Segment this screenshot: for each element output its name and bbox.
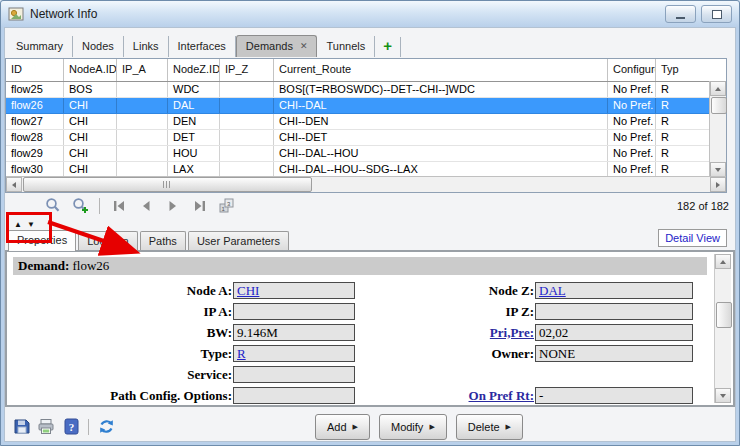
field-value-box[interactable]: - bbox=[535, 387, 693, 404]
field-value-box[interactable]: R bbox=[233, 345, 355, 362]
help-icon[interactable]: ? bbox=[61, 417, 81, 437]
panel-scroll-up-icon[interactable] bbox=[715, 254, 731, 269]
table-cell: flow29 bbox=[6, 146, 64, 161]
field-value[interactable]: DAL bbox=[539, 283, 566, 298]
table-cell: No Pref. bbox=[608, 146, 656, 161]
panel-scroll-down-icon[interactable] bbox=[715, 388, 731, 403]
demands-table: IDNodeA.IDIP_ANodeZ.IDIP_ZCurrent_RouteC… bbox=[5, 58, 727, 193]
field-value[interactable]: CHI bbox=[237, 283, 259, 298]
column-header-ip_z[interactable]: IP_Z bbox=[220, 59, 274, 81]
column-header-current_route[interactable]: Current_Route bbox=[274, 59, 608, 81]
field-value-box[interactable] bbox=[535, 303, 693, 320]
column-header-nodea.id[interactable]: NodeA.ID bbox=[64, 59, 117, 81]
tab-label: Tunnels bbox=[326, 40, 365, 52]
table-cell: R bbox=[656, 162, 709, 177]
table-cell bbox=[220, 130, 274, 145]
menu-arrow-icon: ▶ bbox=[429, 423, 434, 431]
last-record-icon[interactable] bbox=[190, 197, 210, 215]
modify-button[interactable]: Modify▶ bbox=[379, 414, 447, 440]
field-value: - bbox=[539, 388, 543, 403]
save-icon[interactable] bbox=[11, 417, 31, 437]
field-value[interactable]: R bbox=[237, 346, 246, 361]
tab-interfaces[interactable]: Interfaces bbox=[169, 36, 236, 57]
table-row-flow27[interactable]: flow27CHIDENCHI--DENNo Pref.R bbox=[6, 114, 709, 130]
table-row-flow25[interactable]: flow25BOSWDCBOS[(T=RBOSWDC)--DET--CHI--]… bbox=[6, 82, 709, 98]
minimize-button[interactable] bbox=[665, 5, 696, 23]
vertical-scroll-thumb[interactable] bbox=[711, 97, 727, 114]
table-body: flow25BOSWDCBOS[(T=RBOSWDC)--DET--CHI--]… bbox=[6, 82, 709, 178]
panel-vertical-scrollbar[interactable] bbox=[714, 254, 731, 403]
column-header-configured[interactable]: Configured bbox=[608, 59, 656, 81]
field-value-box[interactable]: 02,02 bbox=[535, 324, 693, 341]
detail-tab-user-parameters[interactable]: User Parameters bbox=[188, 231, 289, 250]
tab-links[interactable]: Links bbox=[124, 36, 169, 57]
next-record-icon[interactable] bbox=[163, 197, 183, 215]
detail-tab-bar: PropertiesLocationPathsUser Parameters bbox=[8, 228, 291, 250]
tab-tunnels[interactable]: Tunnels bbox=[317, 36, 375, 57]
field-label: IP Z: bbox=[505, 304, 535, 320]
detail-view-button[interactable]: Detail View bbox=[658, 229, 727, 247]
table-cell: R bbox=[656, 130, 709, 145]
field-label[interactable]: Pri,Pre: bbox=[490, 325, 535, 341]
table-cell bbox=[220, 114, 274, 129]
svg-text:?: ? bbox=[68, 421, 74, 433]
horizontal-scroll-thumb[interactable] bbox=[23, 177, 312, 192]
detail-tab-location[interactable]: Location bbox=[78, 231, 138, 250]
table-cell: No Pref. bbox=[608, 162, 656, 177]
table-vertical-scrollbar[interactable] bbox=[709, 81, 726, 177]
title-bar[interactable]: Network Info bbox=[1, 1, 739, 27]
field-value-box[interactable] bbox=[233, 366, 355, 383]
table-row-flow29[interactable]: flow29CHIHOUCHI--DAL--HOUNo Pref.R bbox=[6, 146, 709, 162]
refresh-icon[interactable] bbox=[96, 417, 116, 437]
field-label[interactable]: On Pref Rt: bbox=[469, 388, 535, 404]
column-header-id[interactable]: ID bbox=[6, 59, 64, 81]
scroll-down-icon[interactable] bbox=[710, 162, 726, 177]
close-tab-icon[interactable]: ✕ bbox=[300, 41, 308, 51]
detail-form: Node A:CHINode Z:DALIP A:IP Z:BW:9.146MP… bbox=[11, 280, 733, 406]
table-row-flow28[interactable]: flow28CHIDETCHI--DETNo Pref.R bbox=[6, 130, 709, 146]
detail-tab-paths[interactable]: Paths bbox=[140, 231, 186, 250]
tab-demands[interactable]: Demands✕ bbox=[236, 35, 318, 57]
first-record-icon[interactable] bbox=[109, 197, 129, 215]
field-value-box[interactable]: NONE bbox=[535, 345, 693, 362]
tab-label: Nodes bbox=[82, 40, 114, 52]
demand-header: Demand: flow26 bbox=[13, 257, 707, 275]
tab-label: Summary bbox=[16, 40, 63, 52]
maximize-button[interactable] bbox=[701, 5, 732, 23]
column-header-typ[interactable]: Typ bbox=[656, 59, 709, 81]
demand-header-value: flow26 bbox=[73, 258, 110, 273]
demand-header-label: Demand: bbox=[18, 258, 69, 273]
column-header-nodez.id[interactable]: NodeZ.ID bbox=[168, 59, 220, 81]
panel-scroll-thumb[interactable] bbox=[716, 302, 732, 328]
field-value-box[interactable]: CHI bbox=[233, 282, 355, 299]
tab-label: Links bbox=[133, 40, 159, 52]
scroll-up-icon[interactable] bbox=[710, 81, 726, 96]
add-tab-button[interactable]: + bbox=[375, 37, 401, 57]
tab-summary[interactable]: Summary bbox=[7, 36, 73, 57]
add-button[interactable]: Add▶ bbox=[315, 414, 370, 440]
table-cell: No Pref. bbox=[608, 82, 656, 97]
scroll-right-icon[interactable] bbox=[710, 177, 726, 192]
search-add-icon[interactable] bbox=[70, 197, 90, 215]
field-label: Path Config. Options: bbox=[110, 388, 233, 404]
column-header-ip_a[interactable]: IP_A bbox=[117, 59, 168, 81]
field-value-box[interactable] bbox=[233, 303, 355, 320]
print-icon[interactable] bbox=[36, 417, 56, 437]
detail-tab-properties[interactable]: Properties bbox=[8, 230, 76, 251]
table-horizontal-scrollbar[interactable] bbox=[6, 176, 726, 192]
delete-button[interactable]: Delete▶ bbox=[456, 414, 523, 440]
window-title: Network Info bbox=[30, 7, 97, 21]
field-value-box[interactable] bbox=[233, 387, 355, 404]
field-value-box[interactable]: DAL bbox=[535, 282, 693, 299]
search-icon[interactable] bbox=[43, 197, 63, 215]
field-value-box[interactable]: 9.146M bbox=[233, 324, 355, 341]
tab-nodes[interactable]: Nodes bbox=[73, 36, 124, 57]
table-cell bbox=[220, 146, 274, 161]
table-row-flow26[interactable]: flow26CHIDALCHI--DALNo Pref.R bbox=[6, 98, 709, 114]
previous-record-icon[interactable] bbox=[136, 197, 156, 215]
toolbar-separator bbox=[99, 198, 100, 214]
paging-icon[interactable]: 13 bbox=[217, 197, 237, 215]
table-cell: No Pref. bbox=[608, 130, 656, 145]
table-cell: flow27 bbox=[6, 114, 64, 129]
scroll-left-icon[interactable] bbox=[6, 177, 22, 192]
